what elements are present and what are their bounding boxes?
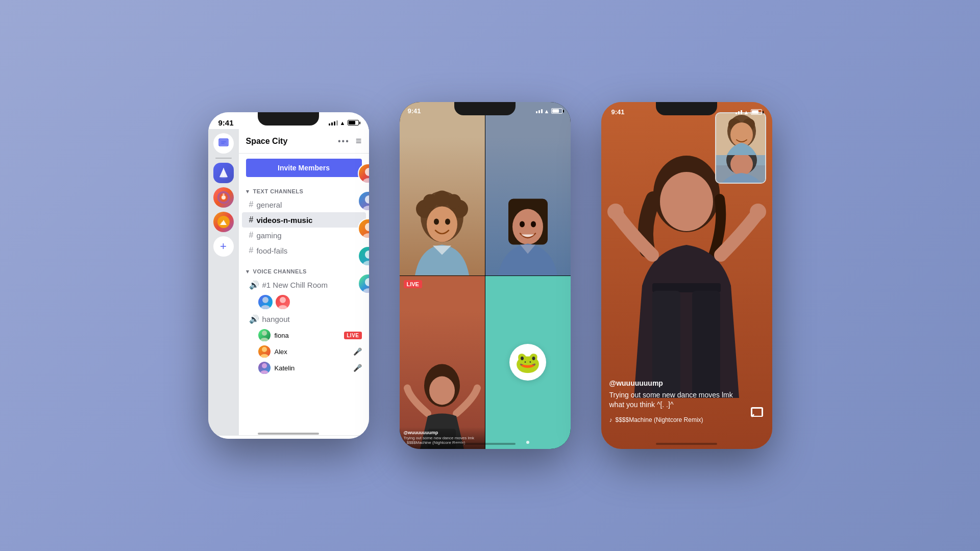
svg-point-37 (512, 209, 543, 245)
voice-channels-chevron: ▾ (246, 268, 250, 274)
voice-channel-chill[interactable]: 🔊 #1 New Chill Room (242, 277, 366, 293)
phone-2: 9:41 ▲ (400, 102, 571, 449)
p2-wifi: ▲ (544, 108, 550, 114)
katelin-info: Katelin (258, 362, 295, 374)
chat-icon[interactable] (750, 406, 764, 423)
video-cell-3-overlay: @wuuuuuuump Trying out some new dance mo… (400, 427, 485, 449)
speaker-icon-2: 🔊 (249, 314, 259, 324)
invite-members-button[interactable]: Invite Members (246, 159, 362, 177)
channel-gaming[interactable]: # gaming (242, 228, 366, 243)
server-name: Space City (246, 137, 288, 146)
more-options-icon[interactable]: ••• (338, 137, 350, 146)
wifi-icon: ▲ (340, 120, 346, 126)
page-dot-indicator (526, 441, 529, 444)
p2-bar-3 (541, 109, 543, 113)
p3-signal (736, 110, 742, 114)
svg-point-18 (261, 305, 270, 309)
phone-2-screen: 9:41 ▲ (400, 102, 571, 449)
fiona-name: fiona (275, 332, 289, 339)
chill-room-name: #1 New Chill Room (262, 281, 328, 289)
server-divider (215, 158, 232, 159)
channel-videos-name: videos-n-music (256, 216, 312, 224)
phone-1-home-indicator (258, 433, 319, 435)
channel-hash-icon-2: # (249, 215, 254, 224)
svg-point-47 (750, 204, 766, 220)
p3-bar-1 (736, 112, 737, 114)
direct-messages-icon[interactable] (213, 133, 234, 154)
svg-point-20 (278, 305, 287, 309)
member-alex: Alex 🎤 (239, 343, 369, 360)
battery-icon (348, 120, 359, 126)
channel-hash-icon-3: # (249, 231, 254, 240)
signal-bars (329, 120, 338, 126)
pip-window (715, 112, 766, 184)
hamburger-icon[interactable]: ≡ (356, 135, 362, 147)
channel-hash-icon: # (249, 200, 254, 209)
svg-point-26 (260, 370, 268, 374)
server-icon-galaxy[interactable] (213, 187, 234, 208)
p2-battery-fill (552, 109, 559, 113)
svg-point-46 (607, 204, 624, 220)
text-channels-chevron: ▾ (246, 188, 250, 194)
text-channels-label: ▾ TEXT CHANNELS (239, 182, 369, 197)
add-server-button[interactable]: + (213, 236, 234, 257)
phone-1-notch (258, 112, 319, 126)
svg-point-34 (434, 219, 439, 225)
phone-2-signal (536, 109, 543, 113)
pip-bottom-video (716, 155, 765, 183)
katelin-avatar (258, 362, 271, 374)
voice-channel-hangout[interactable]: 🔊 hangout (242, 311, 366, 327)
chill-member-2-avatar (276, 295, 290, 309)
p2-bar-1 (536, 111, 537, 113)
p2-bar-2 (538, 110, 540, 113)
phone-2-status-bar: 9:41 ▲ (400, 102, 571, 115)
member-fiona: fiona LIVE (239, 327, 369, 343)
p3-wifi: ▲ (744, 109, 749, 115)
server-sidebar: + (208, 129, 239, 435)
alex-name: Alex (275, 348, 287, 356)
hangout-members: fiona LIVE (239, 327, 369, 376)
music-note-icon: ♪ (609, 416, 612, 423)
video-cell-woman3: LIVE @wuuuuuuump Trying out some new dan… (400, 276, 485, 449)
video-caption-small: Trying out some new dance moves lmk (404, 436, 481, 440)
phone-1-screen: 9:41 ▲ (208, 112, 369, 439)
phone-1: 9:41 ▲ (208, 112, 369, 439)
svg-point-17 (262, 297, 268, 303)
signal-bar-2 (331, 122, 333, 126)
phone-3-text-overlay: @wuuuuuuump Trying out some new dance mo… (609, 379, 742, 423)
svg-point-4 (222, 195, 226, 199)
channel-videos-n-music[interactable]: # videos-n-music (242, 212, 366, 228)
signal-bar-1 (329, 123, 330, 126)
phones-container: 9:41 ▲ (208, 102, 772, 449)
channel-general[interactable]: # general (242, 197, 366, 212)
alex-icons: 🎤 (353, 347, 362, 356)
signal-bar-3 (334, 121, 335, 126)
live-badge: LIVE (404, 280, 422, 288)
video-call-grid: LIVE @wuuuuuuump Trying out some new dan… (400, 102, 571, 449)
alex-info: Alex (258, 345, 287, 358)
video-cell-teal: 🐸 (485, 276, 571, 449)
katelin-icons: 🎤 (353, 364, 362, 372)
channel-food-fails[interactable]: # food-fails (242, 243, 366, 258)
svg-point-19 (280, 297, 286, 303)
alex-avatar (258, 345, 271, 358)
svg-point-33 (427, 207, 457, 242)
svg-point-22 (260, 338, 268, 341)
fiona-avatar (258, 329, 271, 341)
speaker-icon: 🔊 (249, 280, 259, 290)
svg-point-35 (445, 219, 450, 225)
chill-room-avatars (239, 293, 369, 311)
discord-layout: + (208, 129, 369, 435)
phone-3: 9:41 ▲ (601, 102, 772, 449)
phone-3-notch (656, 102, 717, 115)
phone-3-status-icons: ▲ (736, 108, 762, 116)
phone-2-time: 9:41 (408, 107, 421, 115)
fiona-info: fiona (258, 329, 289, 341)
p3-bar-2 (738, 111, 740, 114)
server-icon-mountain[interactable] (213, 212, 234, 232)
frog-avatar: 🐸 (509, 344, 546, 381)
channel-hash-icon-4: # (249, 246, 254, 255)
channel-header: Space City ••• ≡ (239, 129, 369, 154)
svg-point-2 (219, 176, 228, 178)
server-icon-sail[interactable] (213, 163, 234, 183)
